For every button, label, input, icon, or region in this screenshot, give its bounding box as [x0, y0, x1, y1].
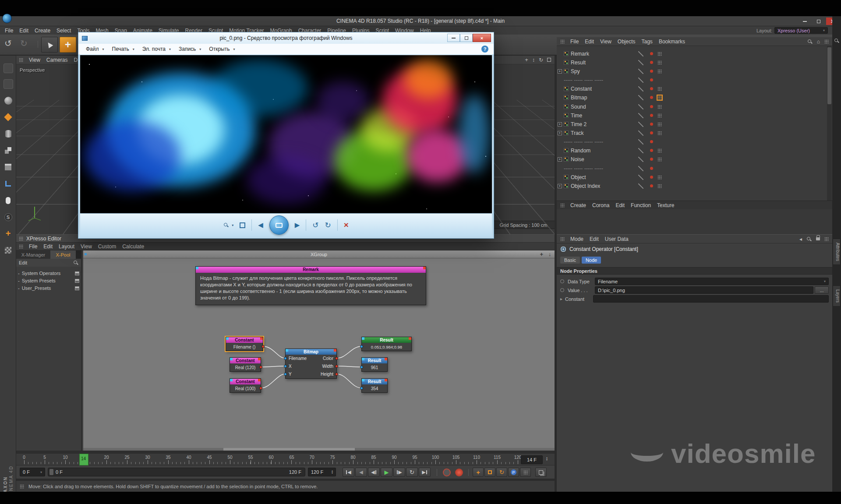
- palette-tool-icon[interactable]: [1, 110, 15, 124]
- expand-icon[interactable]: +: [558, 122, 562, 127]
- photo-close-button[interactable]: ×: [473, 34, 491, 42]
- output-port[interactable]: [259, 387, 262, 390]
- node-constant-x[interactable]: Constant Real (120): [230, 357, 261, 372]
- rotate-ccw-button[interactable]: ↺: [312, 221, 318, 230]
- previous-button[interactable]: ◀: [258, 221, 263, 229]
- pool-item-noise[interactable]: +Noise: [557, 155, 832, 164]
- browse-button[interactable]: ...: [815, 286, 829, 294]
- slideshow-button[interactable]: [269, 215, 289, 235]
- xpresso-node-canvas[interactable]: XGroup + ↓ Remark Нода Bitmap - служит д…: [83, 250, 555, 451]
- palette-tool-icon[interactable]: [1, 194, 15, 207]
- preview-icon[interactable]: [657, 122, 662, 127]
- play-backwards-button[interactable]: ◀: [355, 468, 367, 477]
- xpresso-menu-file[interactable]: File: [26, 243, 40, 250]
- preview-icon[interactable]: [657, 157, 662, 162]
- camera-label[interactable]: Perspective: [20, 67, 45, 73]
- output-port-width[interactable]: [335, 365, 338, 368]
- pool-item-time[interactable]: Time: [557, 111, 832, 120]
- enable-dot-icon[interactable]: [650, 149, 653, 152]
- enable-dot-icon[interactable]: [650, 78, 653, 81]
- home-icon[interactable]: ⌂: [817, 39, 820, 45]
- input-port[interactable]: [360, 366, 363, 369]
- preview-icon[interactable]: [657, 95, 662, 100]
- pool-item-random[interactable]: Random: [557, 146, 832, 155]
- pool-menu-bookmarks[interactable]: Bookmarks: [656, 39, 688, 45]
- panel-drag-icon[interactable]: [560, 237, 565, 241]
- record-button[interactable]: [443, 469, 451, 476]
- constant-field[interactable]: [593, 295, 829, 303]
- menu-create[interactable]: Create: [32, 28, 53, 34]
- pool-menu-file[interactable]: File: [567, 39, 582, 45]
- edit-pencil-icon[interactable]: [638, 166, 643, 171]
- panel-drag-icon[interactable]: [560, 203, 565, 208]
- edit-pencil-icon[interactable]: [638, 113, 643, 118]
- enable-dot-icon[interactable]: [650, 61, 653, 64]
- play-button[interactable]: ▶: [381, 468, 392, 477]
- palette-tool-icon[interactable]: [1, 243, 15, 257]
- palette-tool-icon[interactable]: [1, 160, 15, 174]
- pool-item-spy[interactable]: +Spy: [557, 67, 832, 76]
- input-port[interactable]: [360, 345, 363, 348]
- keyframe-rotation-button[interactable]: ↻: [496, 468, 507, 477]
- xpresso-menu-custom[interactable]: Custom: [95, 243, 119, 250]
- photo-title-bar[interactable]: pic_0.png - Средство просмотра фотографи…: [78, 32, 494, 44]
- node-constant-y[interactable]: Constant Real (100): [230, 378, 261, 393]
- xpresso-menu-layout[interactable]: Layout: [56, 243, 78, 250]
- search-icon[interactable]: [806, 236, 812, 242]
- panel-menu-icon[interactable]: [19, 244, 23, 249]
- panel-menu-icon[interactable]: [824, 237, 829, 241]
- output-port-height[interactable]: [335, 373, 338, 376]
- photo-minimize-button[interactable]: [447, 34, 460, 42]
- enable-dot-icon[interactable]: [650, 105, 653, 108]
- tab-layers[interactable]: Layers: [833, 285, 841, 307]
- next-frame-button[interactable]: ▶: [393, 468, 405, 477]
- expand-triangle-icon[interactable]: ▸: [560, 296, 562, 301]
- data-type-dropdown[interactable]: Filename▾: [595, 278, 829, 285]
- preview-icon[interactable]: [657, 69, 662, 74]
- create-menu-create[interactable]: Create: [567, 202, 589, 208]
- tab-node[interactable]: Node: [582, 257, 601, 264]
- search-icon[interactable]: [807, 39, 813, 44]
- preview-icon[interactable]: [657, 131, 662, 135]
- timeline-ruler[interactable]: 0 5 10 15 20 25 30 35 40 45 50 55 60 65 …: [16, 453, 555, 465]
- history-back-icon[interactable]: ◂: [799, 236, 802, 242]
- zoom-button[interactable]: ▾: [223, 222, 233, 228]
- wire[interactable]: [261, 366, 285, 367]
- keyframe-scale-button[interactable]: [484, 468, 495, 477]
- enable-dot-icon[interactable]: [650, 131, 653, 134]
- menu-edit[interactable]: Edit: [16, 28, 32, 34]
- preview-icon[interactable]: [657, 105, 662, 109]
- pool-scrollbar[interactable]: [827, 46, 832, 201]
- tree-item-system-operators[interactable]: -System Operators: [18, 270, 79, 277]
- preview-icon[interactable]: [657, 52, 662, 56]
- playhead[interactable]: 14: [79, 454, 88, 465]
- attr-menu-edit[interactable]: Edit: [587, 236, 602, 242]
- enable-dot-icon[interactable]: [650, 176, 653, 179]
- edit-pencil-icon[interactable]: [638, 51, 643, 56]
- preview-icon[interactable]: [657, 113, 662, 118]
- node-constant-filename[interactable]: Constant Filename (): [226, 337, 263, 351]
- tree-item-user-presets[interactable]: -User_Presets: [18, 285, 79, 292]
- goto-start-button[interactable]: ◀: [343, 468, 354, 477]
- edit-pencil-icon[interactable]: [638, 104, 643, 109]
- expand-icon[interactable]: +: [558, 131, 562, 135]
- value-input[interactable]: D:\pic_0.png: [595, 286, 813, 294]
- range-end-field[interactable]: 120 F▴▾: [308, 468, 336, 476]
- rotate-cw-button[interactable]: ↻: [325, 221, 331, 230]
- timeline-slider[interactable]: 0 F 120 F: [48, 468, 305, 476]
- preview-icon[interactable]: [657, 184, 662, 188]
- edit-pencil-icon[interactable]: [638, 148, 643, 153]
- pool-menu-view[interactable]: View: [597, 39, 615, 45]
- edit-pencil-icon[interactable]: [638, 78, 643, 83]
- input-port-y[interactable]: [284, 373, 287, 376]
- node-result-width[interactable]: Result 961: [361, 357, 388, 372]
- edit-pencil-icon[interactable]: [638, 95, 643, 100]
- maximize-button[interactable]: [812, 18, 825, 25]
- photo-maximize-button[interactable]: [460, 34, 473, 42]
- palette-tool-icon[interactable]: [1, 94, 15, 107]
- enable-dot-icon[interactable]: [650, 167, 653, 170]
- create-menu-corona[interactable]: Corona: [589, 202, 612, 208]
- enable-dot-icon[interactable]: [650, 158, 653, 161]
- pool-item-result[interactable]: Result: [557, 58, 832, 67]
- panel-menu-icon[interactable]: [824, 39, 829, 44]
